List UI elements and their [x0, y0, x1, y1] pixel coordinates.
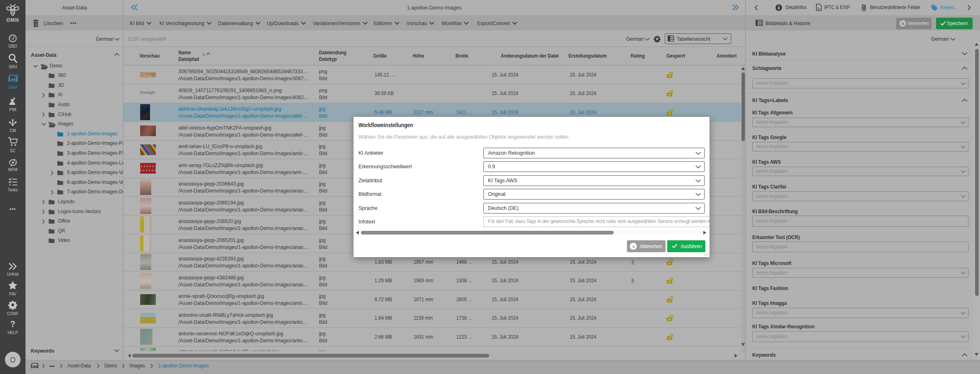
svg-text:P: P [14, 98, 15, 100]
